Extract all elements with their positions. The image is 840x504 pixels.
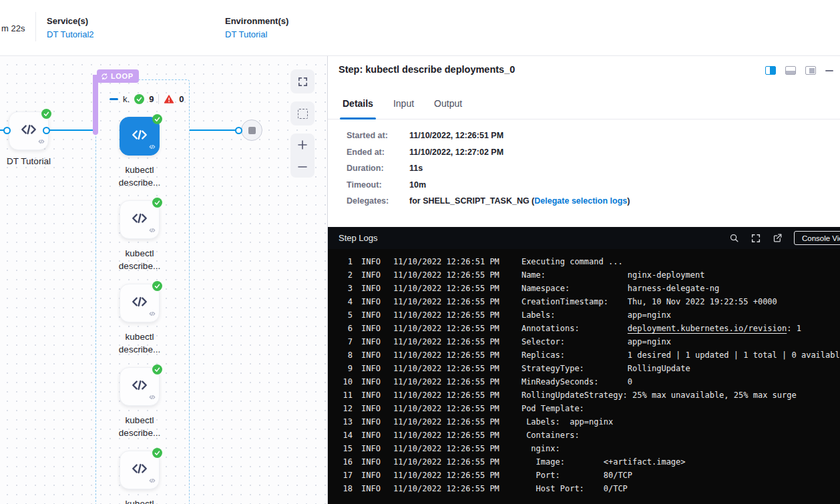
log-message: Labels: app=nginx (521, 308, 671, 322)
log-level: INFO (361, 442, 381, 455)
log-line: 4 INFO 11/10/2022 12:26:55 PM CreationTi… (328, 295, 840, 308)
log-line-number: 6 (339, 322, 353, 335)
loop-group-name: k. (123, 94, 130, 104)
log-level: INFO (361, 255, 381, 268)
step-node-label: kubectl (99, 330, 180, 343)
detail-label: Duration: (347, 164, 409, 173)
environment-link[interactable]: DT Tutorial (225, 29, 288, 39)
log-message: Annotations: deployment.kubernetes.io/re… (521, 322, 801, 335)
log-message: nginx: (521, 442, 560, 455)
log-level: INFO (361, 295, 381, 308)
delegate-selection-logs-link[interactable]: Delegate selection logs (534, 196, 627, 206)
service-link[interactable]: DT Tutorial2 (47, 29, 94, 39)
log-line-number: 16 (339, 455, 353, 469)
log-line: 10 INFO 11/10/2022 12:26:55 PM MinReadyS… (328, 375, 840, 389)
log-line: 9 INFO 11/10/2022 12:26:55 PM StrategyTy… (328, 362, 840, 375)
failed-count: 0 (179, 94, 184, 104)
console-log-output[interactable]: 1 INFO 11/10/2022 12:26:51 PM Executing … (328, 249, 840, 504)
log-timestamp: 11/10/2022 12:26:55 PM (393, 362, 500, 375)
detail-row: Timeout: 10m (328, 180, 630, 190)
detail-value: 11/10/2022, 12:27:02 PM (409, 148, 503, 157)
detail-value: for SHELL_SCRIPT_TASK_NG (Delegate selec… (409, 196, 630, 206)
tab-input[interactable]: Input (393, 94, 414, 119)
log-timestamp: 11/10/2022 12:26:55 PM (393, 429, 500, 442)
log-message: Executing command ... (521, 255, 623, 268)
pipeline-end-node[interactable] (241, 119, 262, 141)
detail-row: Delegates: for SHELL_SCRIPT_TASK_NG (Del… (328, 196, 630, 206)
log-line: 17 INFO 11/10/2022 12:26:55 PM Port: 80/… (328, 469, 840, 482)
log-line-number: 3 (339, 282, 353, 295)
split-bottom-layout-button[interactable] (785, 66, 796, 75)
log-timestamp: 11/10/2022 12:26:55 PM (393, 335, 500, 348)
selection-square-icon (298, 109, 308, 119)
log-message: Selector: app=nginx (521, 335, 671, 348)
log-timestamp: 11/10/2022 12:26:55 PM (393, 308, 500, 322)
log-level: INFO (361, 469, 381, 482)
detail-row: Started at: 11/10/2022, 12:26:51 PM (328, 131, 630, 140)
tab-details[interactable]: Details (343, 94, 373, 119)
step-node-kubectl-describe[interactable] (120, 117, 160, 156)
code-icon (131, 376, 148, 397)
log-line: 13 INFO 11/10/2022 12:26:55 PM Labels: a… (328, 415, 840, 429)
multi-select-button[interactable] (290, 101, 314, 125)
tab-output[interactable]: Output (434, 94, 462, 119)
panel-right-layout-button[interactable] (805, 66, 816, 75)
step-type-mini-icon (149, 141, 156, 153)
step-node-label: describe... (99, 176, 180, 189)
log-message: Containers: (521, 429, 580, 442)
log-line-number: 8 (339, 348, 353, 362)
loop-icon (101, 73, 108, 80)
log-line: 2 INFO 11/10/2022 12:26:55 PM Name: ngin… (328, 268, 840, 282)
log-level: INFO (361, 455, 381, 469)
success-count: 9 (149, 94, 154, 104)
detail-row: Duration: 11s (328, 164, 630, 173)
step-node-kubectl-describe[interactable] (120, 284, 160, 322)
code-icon (131, 293, 148, 313)
minimize-panel-button[interactable] (825, 70, 833, 71)
step-node-label: kubectl (99, 414, 180, 427)
log-line-number: 4 (339, 295, 353, 308)
collapse-group-button[interactable] (110, 98, 118, 100)
service-block: Service(s) DT Tutorial2 (47, 16, 94, 39)
connector-port (235, 127, 242, 134)
start-node-label: DT Tutorial (0, 155, 71, 168)
log-message: Port: 80/TCP (521, 469, 632, 482)
log-line: 7 INFO 11/10/2022 12:26:55 PM Selector: … (328, 335, 840, 348)
zoom-out-button[interactable] (290, 156, 314, 178)
search-logs-icon[interactable] (729, 233, 739, 243)
log-timestamp: 11/10/2022 12:26:55 PM (393, 268, 500, 282)
log-line: 12 INFO 11/10/2022 12:26:55 PM Pod Templ… (328, 402, 840, 415)
step-node-label: describe... (99, 260, 180, 272)
split-right-layout-button[interactable] (765, 66, 776, 75)
log-line-number: 13 (339, 415, 353, 429)
top-bar-divider (35, 12, 36, 41)
log-line: 18 INFO 11/10/2022 12:26:55 PM Host Port… (328, 482, 840, 495)
log-message: Labels: app=nginx (521, 415, 613, 429)
detail-label: Delegates: (347, 196, 409, 206)
log-line: 14 INFO 11/10/2022 12:26:55 PM Container… (328, 429, 840, 442)
log-line: 6 INFO 11/10/2022 12:26:55 PM Annotation… (328, 322, 840, 335)
log-level: INFO (361, 322, 381, 335)
code-icon (20, 121, 37, 141)
step-logs-section: Step Logs Console View 1 INFO 11/10/20 (328, 227, 840, 504)
zoom-in-button[interactable] (290, 134, 314, 156)
step-logs-title: Step Logs (339, 233, 378, 243)
console-view-button[interactable]: Console View (794, 231, 840, 245)
zoom-controls (290, 134, 314, 178)
fullscreen-logs-icon[interactable] (751, 233, 761, 244)
log-level: INFO (361, 348, 381, 362)
log-timestamp: 11/10/2022 12:26:55 PM (393, 415, 500, 429)
step-node-kubectl-describe[interactable] (120, 367, 160, 406)
step-node-kubectl-describe[interactable] (120, 200, 160, 239)
log-line: 3 INFO 11/10/2022 12:26:55 PM Namespace:… (328, 282, 840, 295)
service-label: Service(s) (47, 16, 94, 26)
log-timestamp: 11/10/2022 12:26:55 PM (393, 402, 500, 415)
step-node-kubectl-describe[interactable] (120, 451, 160, 489)
panel-layout-controls (765, 66, 833, 75)
fit-to-screen-button[interactable] (290, 69, 314, 93)
stop-icon (248, 127, 256, 134)
log-annotation-link[interactable]: deployment.kubernetes.io/revision (628, 324, 787, 333)
step-details-panel: Step: kubectl describe deployments_0 Det… (327, 56, 840, 504)
pipeline-canvas[interactable]: LOOP k. 9 0 DT Tu (0, 56, 327, 504)
open-in-new-tab-icon[interactable] (773, 233, 783, 243)
